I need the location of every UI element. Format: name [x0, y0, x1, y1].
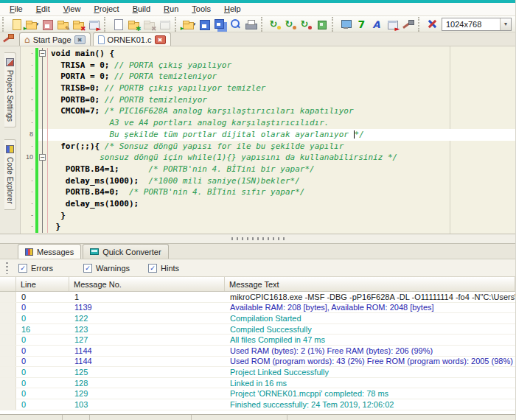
- table-row[interactable]: 0125Project Linked Successfully: [0, 367, 515, 378]
- code-line-10[interactable]: 10− sonsuz döngü için while(1){} yapısın…: [21, 152, 515, 164]
- row-icon-cell: [0, 399, 16, 410]
- messages-table: LineMessage No.Message Text 01mikroCPIC1…: [0, 277, 515, 414]
- menu-project[interactable]: Project: [87, 4, 125, 15]
- table-row[interactable]: 0103Finished successfully: 24 Tem 2019, …: [0, 399, 515, 410]
- about-mikroelektronika-button[interactable]: [424, 17, 439, 32]
- fold-collapse-icon[interactable]: −: [39, 154, 46, 161]
- table-row[interactable]: 0129Project 'ORNEK01.mcppi' completed: 7…: [0, 388, 515, 399]
- edit-project-button[interactable]: ✎: [55, 17, 70, 32]
- find-button[interactable]: [227, 17, 243, 32]
- save-button[interactable]: [196, 17, 212, 32]
- open-button[interactable]: ▸▾: [181, 17, 196, 32]
- seven-segment-editor-button[interactable]: [353, 17, 369, 32]
- filter-hints[interactable]: ✓Hints: [148, 264, 213, 273]
- code-line-body: CMCON=7; /* PIC16F628A analog karşılaştı…: [38, 105, 515, 117]
- filter-errors[interactable]: ✓Errors: [18, 264, 83, 273]
- table-row[interactable]: 0128Linked in 16 ms: [0, 378, 515, 389]
- menu-run[interactable]: Run: [157, 4, 185, 15]
- code-line-9[interactable]: · for(;;){ /* Sonsuz döngü yapısı for il…: [21, 141, 515, 153]
- rebuild-button[interactable]: [282, 17, 298, 32]
- close-icon[interactable]: ✖: [74, 35, 86, 44]
- filter-warnings[interactable]: ✓Warnings: [83, 264, 148, 273]
- bookmark-column: [47, 164, 48, 175]
- checkbox-errors[interactable]: ✓: [18, 264, 27, 273]
- header-cell[interactable]: Message No.: [69, 277, 225, 291]
- open-icon: ▸: [181, 18, 195, 31]
- close-icon[interactable]: ✖: [155, 35, 166, 44]
- sidebar-tab-code-explorer[interactable]: Code Explorer: [4, 139, 16, 210]
- table-row[interactable]: 01mikroCPIC1618.exe -MSF -DBG -pP16F628A…: [0, 292, 515, 303]
- menu-tools[interactable]: Tools: [185, 4, 217, 15]
- code-line-2[interactable]: · TRISA = 0; // PORTA çıkış yapılıyor: [21, 60, 515, 71]
- sidebar-tab-project-settings[interactable]: Project Settings: [4, 52, 16, 127]
- code-line-5[interactable]: - PORTB=0; // PORTB temizleniyor: [21, 94, 515, 106]
- print-button[interactable]: [243, 17, 258, 32]
- software-simulator-button[interactable]: [338, 17, 353, 32]
- close-all-projects-button[interactable]: ►: [86, 17, 101, 32]
- build-and-program-button[interactable]: [313, 17, 329, 32]
- code-line-1[interactable]: ·−void main() {: [21, 48, 515, 60]
- build-button[interactable]: [267, 17, 282, 32]
- code-line-8[interactable]: 8 Bu şekilde tüm portlar dijital olarak …: [21, 129, 515, 141]
- code-line-13[interactable]: · PORTB.B4=0; /* PORTB'nin 4. BİTini sıf…: [21, 186, 515, 198]
- comment-text: /* PORTB'nin 4. BİTini sıfır yapar*/: [129, 187, 304, 197]
- table-row[interactable]: 0122Compilation Started: [0, 313, 515, 324]
- code-line-12[interactable]: · delay_ms(1000); /*1000 mili saniye(1SN…: [21, 175, 515, 187]
- menu-file[interactable]: File: [3, 4, 29, 15]
- horizontal-splitter[interactable]: [0, 234, 515, 244]
- new-file-button[interactable]: [110, 17, 125, 32]
- menu-view[interactable]: View: [57, 4, 88, 15]
- save-all-button[interactable]: [212, 17, 227, 32]
- code-line-7[interactable]: · A3 ve A4 portları analog karşılaştırıc…: [21, 117, 515, 129]
- code-line-15[interactable]: - }: [21, 210, 515, 222]
- checkbox-hints[interactable]: ✓: [148, 264, 157, 273]
- table-row[interactable]: 01144Used RAM (bytes): 2 (1%) Free RAM (…: [0, 346, 515, 357]
- code-line-3[interactable]: · PORTA = 0; // PORTA temizleniyor: [21, 71, 515, 83]
- editor-tools-icon: [1, 32, 15, 45]
- menu-build[interactable]: Build: [126, 4, 157, 15]
- code-text: TRISB=0; // PORTB çıkış yapılıyor temizl…: [51, 83, 265, 94]
- new-project-button[interactable]: [8, 17, 24, 32]
- tab-quick-converter[interactable]: Quick Converter: [83, 244, 168, 259]
- find-icon: [229, 18, 242, 31]
- export-code-button[interactable]: ►: [384, 17, 400, 32]
- open-project-button[interactable]: ▸▾: [24, 17, 39, 32]
- header-cell[interactable]: Message Text: [225, 277, 515, 291]
- build-all-button[interactable]: [298, 17, 313, 32]
- tab-ornek01-c[interactable]: ORNEK01.c✖: [93, 32, 171, 46]
- code-line-11[interactable]: · PORTB.B4=1; /* PORTB'nin 4. BİTini bir…: [21, 164, 515, 175]
- tab-start-page[interactable]: ⌂Start Page✖: [19, 32, 91, 46]
- reopen-file-button[interactable]: [156, 17, 172, 32]
- fold-column: [38, 221, 47, 233]
- code-text: PORTB=0; // PORTB temizleniyor: [51, 94, 207, 106]
- code-line-4[interactable]: · TRISB=0; // PORTB çıkış yapılıyor temi…: [21, 83, 515, 94]
- close-file-button[interactable]: ✖: [141, 17, 156, 32]
- code-editor[interactable]: ·−void main() {· TRISA = 0; // PORTA çık…: [21, 46, 515, 234]
- tab-messages[interactable]: Messages: [18, 244, 81, 259]
- line-number: ·: [21, 71, 35, 83]
- header-cell[interactable]: Line: [16, 277, 69, 291]
- fold-collapse-icon[interactable]: −: [39, 50, 46, 57]
- row-line-cell: 0: [16, 400, 69, 409]
- options-button[interactable]: [400, 17, 415, 32]
- splitter-grip-icon[interactable]: [231, 237, 285, 240]
- code-line-6[interactable]: · CMCON=7; /* PIC16F628A analog karşılaş…: [21, 105, 515, 117]
- close-project-button[interactable]: ✖: [70, 17, 86, 32]
- checkbox-warnings[interactable]: ✓: [83, 264, 92, 273]
- code-line-14[interactable]: · delay_ms(1000);: [21, 198, 515, 210]
- table-row[interactable]: 01139Available RAM: 208 [bytes], Availab…: [0, 303, 515, 314]
- chevron-down-icon[interactable]: ▾: [500, 18, 511, 30]
- menu-edit[interactable]: Edit: [29, 4, 57, 15]
- menu-help[interactable]: Help: [217, 4, 248, 15]
- code-line-16[interactable]: · }: [21, 221, 515, 233]
- table-row[interactable]: 16123Compiled Successfully: [0, 324, 515, 335]
- save-project-button[interactable]: [39, 17, 55, 32]
- open-file-button[interactable]: ✱: [125, 17, 141, 32]
- ascii-chart-button[interactable]: [369, 17, 384, 32]
- resolution-select[interactable]: 1024x768 ▾: [442, 18, 512, 31]
- options-icon: [401, 18, 414, 31]
- bookmark-column: [47, 198, 48, 210]
- table-row[interactable]: 0127All files Compiled in 47 ms: [0, 335, 515, 346]
- table-row[interactable]: 01144Used ROM (program words): 43 (2%) F…: [0, 357, 515, 368]
- code-line-body: PORTA = 0; // PORTA temizleniyor: [38, 71, 515, 83]
